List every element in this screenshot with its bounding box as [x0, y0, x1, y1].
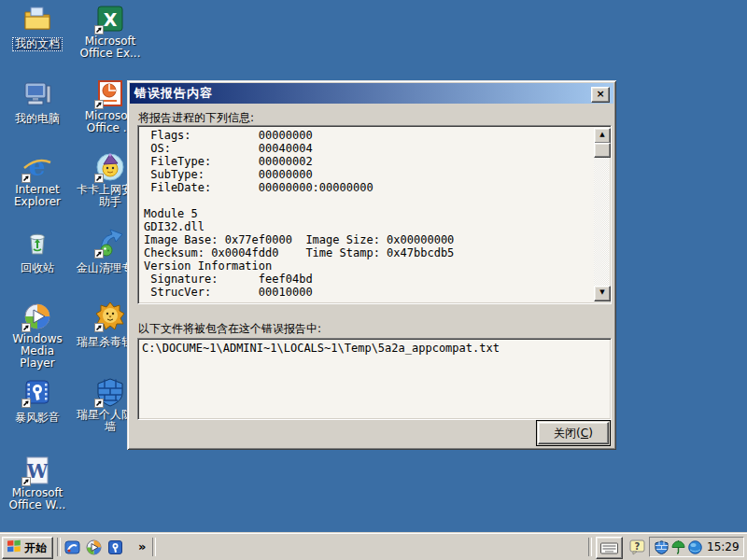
start-button-label: 开始: [24, 540, 47, 556]
tray-clock: 15:29: [707, 540, 740, 553]
error-report-dialog: 错误报告内容 × 将报告进程的下列信息: Flags: 00000000 OS:…: [127, 80, 616, 450]
svg-text:e: e: [29, 152, 46, 182]
my-documents-icon: [22, 4, 52, 34]
included-files-label: 以下文件将被包含在这个错误报告中:: [138, 321, 321, 337]
desktop-icon-label: Microsoft Office W...: [7, 487, 68, 511]
desktop: 我的文档 X Microsoft Office Ex... 我的电脑 Micro…: [0, 0, 747, 560]
desktop-icon-label: 我的电脑: [13, 113, 62, 125]
shortcut-arrow-icon: [21, 174, 31, 183]
tray-umbrella-icon[interactable]: [671, 540, 685, 554]
quick-launch-overflow-chevron[interactable]: »: [138, 537, 146, 557]
rising-antivirus-lion-icon: [95, 301, 125, 331]
vertical-scrollbar[interactable]: ▲ ▼: [594, 128, 609, 301]
desktop-icon-label: Microsoft Office Ex...: [78, 35, 143, 60]
shortcut-arrow-icon: [21, 477, 31, 486]
my-computer-icon: [22, 78, 52, 108]
close-icon[interactable]: ×: [591, 87, 610, 103]
svg-text:X: X: [104, 9, 118, 30]
svg-text:?: ?: [634, 541, 640, 552]
desktop-icon-label: Internet Explorer: [12, 184, 63, 208]
shortcut-arrow-icon: [94, 174, 104, 183]
word-icon: W: [22, 455, 52, 485]
shortcut-arrow-icon: [94, 323, 104, 332]
desktop-icon-ms-excel[interactable]: X Microsoft Office Ex...: [75, 4, 146, 61]
taskbar-separator: [588, 538, 592, 556]
powerpoint-icon: [95, 78, 125, 108]
quick-launch-baofeng-icon[interactable]: [105, 538, 125, 556]
desktop-icon-my-computer[interactable]: 我的电脑: [3, 78, 72, 126]
scrollbar-thumb[interactable]: [594, 143, 611, 158]
kingsoft-cleaner-icon: [95, 228, 125, 258]
scroll-up-icon[interactable]: ▲: [594, 128, 611, 144]
rising-firewall-shield-icon: [95, 377, 125, 407]
report-content-box[interactable]: Flags: 00000000 OS: 00040004 FileType: 0…: [137, 125, 612, 304]
desktop-icon-internet-explorer[interactable]: e Internet Explorer: [3, 152, 72, 209]
desktop-icon-ms-word[interactable]: W Microsoft Office W...: [3, 455, 72, 512]
desktop-icon-baofeng-player[interactable]: 暴风影音: [3, 377, 72, 425]
desktop-icon-label: Windows Media Player: [3, 333, 72, 370]
ime-help-icon[interactable]: ?: [626, 537, 648, 557]
quick-launch-media-player-icon[interactable]: [83, 538, 104, 556]
close-button[interactable]: 关闭(C): [538, 422, 609, 444]
windows-logo-icon: [7, 539, 21, 556]
desktop-icon-my-documents[interactable]: 我的文档: [3, 4, 72, 51]
taskbar: 开始 » ? 15: [0, 533, 747, 560]
dialog-titlebar[interactable]: 错误报告内容 ×: [130, 83, 613, 104]
taskbar-separator: [152, 538, 156, 556]
baofeng-player-icon: [22, 377, 52, 407]
shortcut-arrow-icon: [94, 100, 104, 109]
start-button[interactable]: 开始: [2, 537, 53, 559]
windows-media-player-icon: [22, 301, 52, 331]
kaka-assistant-icon: [95, 152, 125, 182]
desktop-icon-label: 回收站: [19, 262, 56, 274]
shortcut-arrow-icon: [94, 249, 104, 259]
desktop-icon-label: 暴风影音: [13, 412, 62, 424]
desktop-icon-label: 我的文档: [12, 37, 63, 51]
report-content-text: Flags: 00000000 OS: 00040004 FileType: 0…: [138, 126, 611, 299]
shortcut-arrow-icon: [94, 399, 104, 408]
quick-launch-browser-icon[interactable]: [62, 538, 82, 556]
system-tray: 15:29: [649, 537, 744, 557]
tray-firewall-shield-icon[interactable]: [655, 540, 669, 554]
recycle-bin-icon: [22, 228, 52, 258]
scroll-down-icon[interactable]: ▼: [594, 286, 611, 301]
internet-explorer-icon: e: [22, 152, 52, 182]
keyboard-input-icon[interactable]: [596, 537, 623, 559]
close-button-ring: 关闭(C): [536, 420, 611, 446]
taskbar-separator: [57, 538, 61, 556]
excel-icon: X: [95, 4, 125, 34]
included-file-path: C:\DOCUME~1\ADMINI~1\LOCALS~1\Temp\5a2a_…: [138, 339, 611, 355]
desktop-icon-windows-media-player[interactable]: Windows Media Player: [3, 301, 72, 371]
shortcut-arrow-icon: [21, 399, 31, 408]
dialog-title: 错误报告内容: [134, 83, 213, 104]
included-files-box[interactable]: C:\DOCUME~1\ADMINI~1\LOCALS~1\Temp\5a2a_…: [137, 338, 612, 420]
shortcut-arrow-icon: [21, 323, 31, 332]
desktop-icon-recycle-bin[interactable]: 回收站: [3, 228, 72, 275]
shortcut-arrow-icon: [94, 25, 104, 35]
tray-globe-icon[interactable]: [688, 540, 702, 554]
report-info-label: 将报告进程的下列信息:: [138, 110, 254, 126]
